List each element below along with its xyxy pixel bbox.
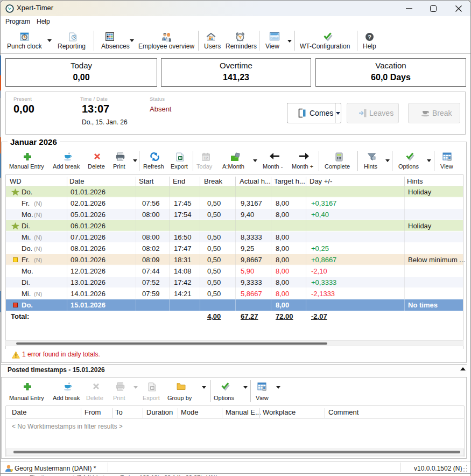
svg-text:12: 12 xyxy=(203,156,208,160)
svg-text:?: ? xyxy=(368,34,371,40)
